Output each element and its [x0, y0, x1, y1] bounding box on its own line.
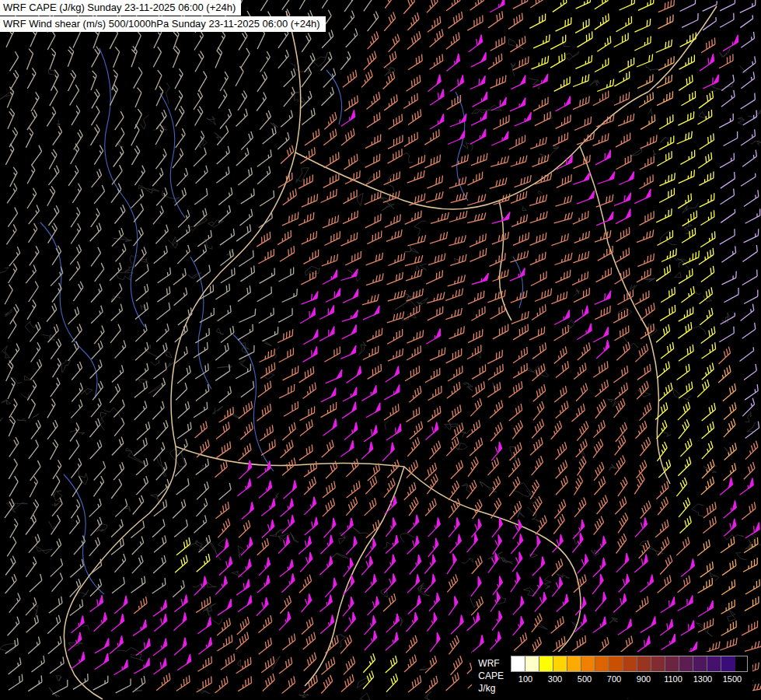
legend: WRF CAPE J/kg 10030050070090011001300150… — [472, 652, 752, 698]
legend-tick-label: 1100 — [658, 674, 688, 684]
legend-tick-label: 900 — [629, 674, 658, 684]
title-line-2: WRF Wind shear (m/s) 500/1000hPa Sunday … — [0, 16, 326, 32]
legend-swatch — [721, 656, 735, 671]
legend-swatch — [595, 656, 609, 671]
legend-swatch — [567, 656, 581, 671]
weather-map: WRF CAPE (J/kg) Sunday 23-11-2025 06:00 … — [0, 0, 761, 700]
legend-tick-row: 100300500700900110013001500 — [511, 674, 747, 684]
legend-model-label: WRF — [478, 657, 504, 670]
legend-swatch — [581, 656, 595, 671]
legend-param-label: CAPE — [478, 670, 504, 682]
legend-tick-label: 500 — [570, 674, 599, 684]
legend-tick-label: 1500 — [717, 674, 747, 684]
legend-swatch — [693, 656, 707, 671]
legend-tick-label: 100 — [511, 674, 540, 684]
legend-labels: WRF CAPE J/kg — [478, 656, 504, 695]
legend-swatch-row — [511, 656, 748, 672]
map-canvas — [0, 0, 761, 700]
legend-swatch — [511, 656, 525, 671]
legend-tick-label: 300 — [540, 674, 570, 684]
legend-swatch — [707, 656, 721, 671]
legend-scale: 100300500700900110013001500 — [511, 656, 748, 684]
legend-swatch — [539, 656, 553, 671]
legend-tick-label: 1300 — [688, 674, 717, 684]
legend-swatch — [609, 656, 623, 671]
legend-swatch — [525, 656, 539, 671]
legend-swatch — [679, 656, 693, 671]
legend-swatch — [623, 656, 637, 671]
border-layer — [64, 6, 717, 699]
legend-swatch — [553, 656, 567, 671]
title-bar: WRF CAPE (J/kg) Sunday 23-11-2025 06:00 … — [0, 0, 326, 33]
legend-unit-label: J/kg — [478, 682, 504, 695]
legend-swatch — [637, 656, 651, 671]
legend-swatch — [651, 656, 665, 671]
legend-swatch — [665, 656, 679, 671]
title-line-1: WRF CAPE (J/kg) Sunday 23-11-2025 06:00 … — [0, 0, 241, 16]
legend-tick-label: 700 — [599, 674, 629, 684]
